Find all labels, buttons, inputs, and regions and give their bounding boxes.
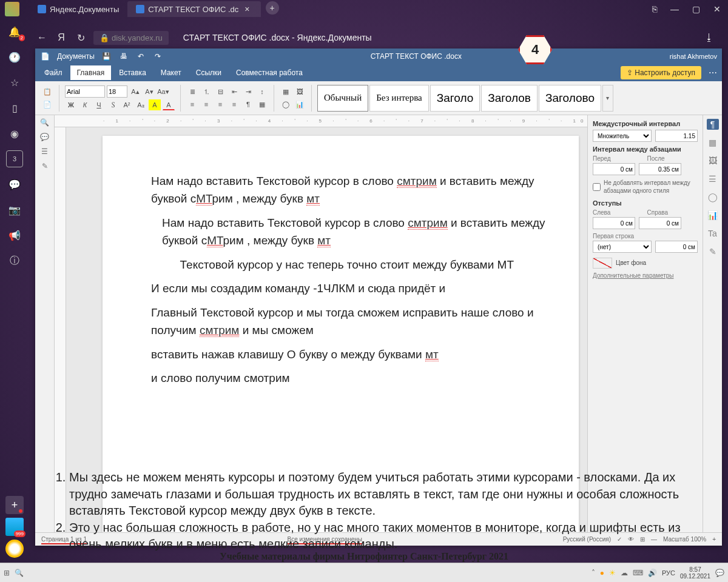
star-icon[interactable]: ☆ bbox=[6, 74, 23, 91]
highlight-icon[interactable]: A bbox=[149, 99, 161, 110]
access-button[interactable]: ⇪ Настроить доступ bbox=[621, 66, 701, 79]
numbering-icon[interactable]: ⒈ bbox=[200, 86, 212, 97]
play-icon[interactable]: ◉ bbox=[6, 125, 23, 142]
multiplier-value[interactable] bbox=[655, 130, 698, 142]
underline-button[interactable]: Ч bbox=[93, 99, 105, 110]
align-left-icon[interactable]: ≡ bbox=[186, 99, 198, 110]
shading-icon[interactable]: ▦ bbox=[256, 99, 268, 110]
bg-color-swatch[interactable] bbox=[593, 258, 612, 269]
before-input[interactable] bbox=[593, 163, 635, 175]
extension-icon[interactable]: ⎘ bbox=[650, 2, 659, 16]
clock-icon[interactable]: 🕐 bbox=[6, 48, 23, 65]
app-icon-1[interactable]: 999 bbox=[5, 518, 24, 536]
headings-icon[interactable]: ☰ bbox=[39, 147, 50, 156]
tray-sun-icon[interactable]: ☀ bbox=[609, 569, 616, 577]
browser-tab-1[interactable]: Яндекс.Документы bbox=[29, 1, 127, 17]
linespace-icon[interactable]: ↕ bbox=[256, 86, 268, 97]
grow-font-icon[interactable]: A▴ bbox=[129, 86, 141, 97]
styles-dropdown-icon[interactable]: ▾ bbox=[602, 85, 613, 112]
pilcrow-icon[interactable]: ¶ bbox=[242, 99, 254, 110]
superscript-button[interactable]: A² bbox=[121, 99, 133, 110]
insert-chart-icon[interactable]: 📊 bbox=[294, 99, 306, 110]
header-icon[interactable]: ☰ bbox=[707, 173, 719, 184]
image-icon[interactable]: 🖼 bbox=[707, 155, 719, 166]
menu-dots-icon[interactable]: ⋯ bbox=[709, 68, 717, 78]
size-select[interactable] bbox=[107, 85, 127, 98]
save-icon[interactable]: 💾 bbox=[102, 52, 112, 61]
strike-button[interactable]: Ꚃ bbox=[107, 99, 119, 110]
align-center-icon[interactable]: ≡ bbox=[200, 99, 212, 110]
close-icon[interactable]: × bbox=[242, 4, 252, 14]
minimize-icon[interactable]: — bbox=[668, 2, 681, 16]
notification-icon[interactable]: 💬 bbox=[715, 569, 724, 577]
bullets-icon[interactable]: ≣ bbox=[186, 86, 198, 97]
bold-button[interactable]: Ж bbox=[65, 99, 77, 110]
multilevel-icon[interactable]: ⊟ bbox=[214, 86, 226, 97]
indent-right-input[interactable] bbox=[639, 217, 681, 229]
close-icon[interactable]: ✕ bbox=[711, 2, 723, 16]
insert-shape-icon[interactable]: ◯ bbox=[280, 99, 292, 110]
tab-insert[interactable]: Вставка bbox=[112, 65, 153, 80]
search-icon[interactable]: 🔍 bbox=[15, 569, 24, 577]
no-space-checkbox[interactable]: Не добавлять интервал между абзацами одн… bbox=[593, 179, 698, 195]
tray-app-icon[interactable]: ● bbox=[600, 569, 604, 577]
start-icon[interactable]: ⊞ bbox=[4, 569, 10, 577]
speaker-icon[interactable]: 📢 bbox=[6, 227, 23, 244]
outdent-icon[interactable]: ⇤ bbox=[228, 86, 240, 97]
clock[interactable]: 8:57 09.12.2021 bbox=[680, 566, 710, 580]
style-normal[interactable]: Обычный bbox=[317, 85, 368, 112]
first-line-select[interactable]: (нет) bbox=[593, 241, 652, 253]
print-icon[interactable]: 🖶 bbox=[119, 52, 129, 61]
chart-icon[interactable]: 📊 bbox=[707, 210, 719, 221]
chevron-up-icon[interactable]: ˄ bbox=[592, 569, 595, 577]
horizontal-ruler[interactable]: · 1 · ˈ · 2 · ˈ · 3 · ˈ · 4 · ˈ · 5 · ˈ … bbox=[55, 115, 587, 127]
font-color-icon[interactable]: A bbox=[163, 99, 175, 110]
download-icon[interactable]: ⭳ bbox=[703, 31, 716, 44]
italic-button[interactable]: К bbox=[79, 99, 91, 110]
font-select[interactable] bbox=[65, 85, 105, 98]
indent-icon[interactable]: ⇥ bbox=[242, 86, 254, 97]
after-input[interactable] bbox=[639, 163, 681, 175]
camera-icon[interactable]: 📷 bbox=[6, 201, 23, 218]
user-label[interactable]: rishat Akhmetov bbox=[670, 53, 717, 60]
tab-file[interactable]: Файл bbox=[38, 65, 69, 80]
insert-image-icon[interactable]: 🖼 bbox=[294, 86, 306, 97]
more-params-link[interactable]: Дополнительные параметры bbox=[593, 272, 698, 279]
paragraph-icon[interactable]: ¶ bbox=[707, 119, 719, 130]
keyboard-icon[interactable]: ⌨ bbox=[633, 569, 643, 577]
app-icon[interactable]: 📄 bbox=[40, 52, 50, 61]
add-button[interactable]: + bbox=[5, 496, 24, 514]
indent-left-input[interactable] bbox=[593, 217, 635, 229]
back-icon[interactable]: ← bbox=[35, 31, 49, 44]
subscript-button[interactable]: A₂ bbox=[135, 99, 147, 110]
text-icon[interactable]: Ta bbox=[707, 228, 719, 239]
browser-tab-2[interactable]: СТАРТ ТЕКСТ ОФИС .dc × bbox=[127, 1, 260, 17]
style-h1[interactable]: Заголо bbox=[430, 85, 480, 112]
undo-icon[interactable]: ↶ bbox=[136, 52, 146, 61]
maximize-icon[interactable]: ▢ bbox=[690, 2, 703, 16]
brand-label[interactable]: Документы bbox=[57, 52, 95, 61]
tab-home[interactable]: Главная bbox=[70, 65, 112, 80]
comments-icon[interactable]: 💬 bbox=[39, 132, 50, 142]
shrink-font-icon[interactable]: A▾ bbox=[143, 86, 155, 97]
first-line-value[interactable] bbox=[655, 241, 698, 253]
style-h3[interactable]: Заголово bbox=[539, 85, 601, 112]
url-bar[interactable]: 🔒 disk.yandex.ru bbox=[93, 31, 169, 45]
new-tab-button[interactable]: + bbox=[266, 1, 279, 15]
yandex-icon[interactable]: Я bbox=[55, 31, 68, 44]
lang-indicator[interactable]: РУС bbox=[662, 569, 675, 577]
case-icon[interactable]: Aa▾ bbox=[157, 86, 169, 97]
bell-icon[interactable]: 🔔2 bbox=[6, 23, 23, 40]
table-icon[interactable]: ▦ bbox=[707, 137, 719, 148]
shape-icon[interactable]: ◯ bbox=[707, 192, 719, 202]
avatar[interactable] bbox=[5, 2, 19, 16]
tab-links[interactable]: Ссылки bbox=[189, 65, 228, 80]
align-right-icon[interactable]: ≡ bbox=[214, 99, 226, 110]
signature-icon[interactable]: ✎ bbox=[707, 246, 719, 257]
chat-icon[interactable]: 💬 bbox=[6, 176, 23, 193]
tab-layout[interactable]: Макет bbox=[154, 65, 188, 80]
justify-icon[interactable]: ≡ bbox=[228, 99, 240, 110]
search-icon[interactable]: 🔍 bbox=[39, 118, 50, 127]
feedback-icon[interactable]: ✎ bbox=[39, 161, 50, 171]
reload-icon[interactable]: ↻ bbox=[74, 31, 87, 44]
